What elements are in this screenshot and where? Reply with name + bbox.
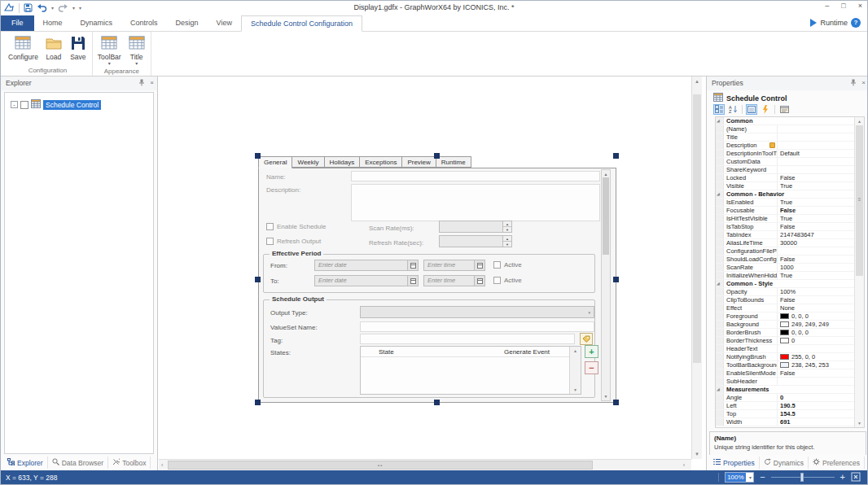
scrollbar-thumb[interactable]: ▪▪: [168, 461, 593, 470]
redo-icon[interactable]: [58, 3, 68, 14]
scan-rate-spinner[interactable]: ▲▼: [439, 221, 512, 233]
tab-explorer[interactable]: Explorer: [3, 457, 48, 469]
enable-schedule-checkbox[interactable]: Enable Schedule: [266, 223, 327, 230]
ribbon-tab-file[interactable]: File: [1, 15, 34, 31]
property-row-background[interactable]: Background249, 249, 249: [716, 321, 854, 329]
property-value[interactable]: 238, 245, 253: [778, 361, 854, 369]
property-row-opacity[interactable]: Opacity100%: [716, 288, 854, 296]
property-value[interactable]: [778, 247, 854, 255]
customize-qat-icon[interactable]: ▾: [79, 6, 81, 11]
tree-item-checkbox[interactable]: [20, 101, 28, 109]
property-value[interactable]: [778, 166, 854, 173]
property-pages-button[interactable]: [778, 104, 790, 115]
property-row-top[interactable]: Top154.5: [716, 410, 854, 418]
property-row-foreground[interactable]: Foreground0, 0, 0: [716, 312, 854, 321]
ribbon-tab-dynamics[interactable]: Dynamics: [72, 15, 122, 31]
ribbon-tab-home[interactable]: Home: [34, 15, 72, 31]
to-time-picker[interactable]: Enter time: [423, 275, 485, 286]
zoom-slider[interactable]: [771, 472, 835, 483]
scroll-down-icon[interactable]: ▼: [692, 452, 702, 457]
property-row-descriptionintooltip[interactable]: DescriptionInToolTipDefault: [716, 150, 854, 158]
property-value[interactable]: False: [778, 174, 854, 181]
property-row-width[interactable]: Width691: [716, 418, 854, 426]
property-row-description[interactable]: Description: [716, 142, 854, 150]
collapse-icon[interactable]: ◢: [717, 191, 720, 196]
selection-handle-top-left[interactable]: [255, 153, 261, 159]
alphabetical-sort-button[interactable]: AZ: [727, 104, 739, 115]
property-value[interactable]: 2147483647: [778, 231, 854, 238]
calendar-icon[interactable]: [407, 260, 418, 270]
selection-handle-bottom-center[interactable]: [434, 400, 440, 405]
states-scrollbar[interactable]: ▲ ▼: [569, 347, 581, 394]
property-row-configurationfilepath[interactable]: ConfigurationFilePath: [716, 247, 854, 256]
property-value[interactable]: 255, 0, 0: [778, 353, 854, 360]
app-logo-icon[interactable]: [4, 2, 15, 14]
load-button[interactable]: Load: [42, 33, 65, 66]
scrollbar-thumb[interactable]: [603, 177, 609, 255]
ribbon-tab-design[interactable]: Design: [167, 15, 208, 31]
property-row-customdata[interactable]: CustomData: [716, 158, 854, 166]
zoom-level-select[interactable]: 100% ▾: [725, 472, 754, 483]
property-row-ishittestvisible[interactable]: IsHitTestVisibleTrue: [716, 215, 854, 223]
property-row-initializewhenhidden[interactable]: InitializeWhenHiddenTrue: [716, 272, 854, 280]
property-row-sharekeyword[interactable]: ShareKeyword: [716, 166, 854, 174]
property-category-common[interactable]: ◢Common: [716, 117, 854, 125]
tab-preferences[interactable]: Preferences: [809, 457, 865, 469]
selection-handle-mid-right[interactable]: [613, 277, 619, 282]
dialog-tab-general[interactable]: General: [258, 156, 292, 168]
tab-data-browser[interactable]: Data Browser: [48, 457, 109, 469]
property-row-aliaslifetime[interactable]: AliasLifeTime30000: [716, 239, 854, 247]
refresh-rate-spinner[interactable]: ▲▼: [439, 235, 512, 247]
property-value[interactable]: Default: [778, 150, 854, 157]
property-value[interactable]: 190.5: [778, 402, 854, 409]
property-value[interactable]: None: [778, 304, 854, 312]
collapse-icon[interactable]: ◢: [717, 281, 720, 286]
scroll-right-icon[interactable]: ›: [683, 462, 685, 468]
ribbon-tab-schedule-control-configuration[interactable]: Schedule Control Configuration: [241, 15, 362, 32]
zoom-out-button[interactable]: −: [760, 473, 765, 482]
property-value[interactable]: [778, 378, 854, 385]
collapse-icon[interactable]: ◢: [717, 387, 720, 391]
scroll-down-icon[interactable]: ▼: [570, 387, 581, 392]
property-row-visible[interactable]: VisibleTrue: [716, 182, 854, 190]
close-icon[interactable]: ×: [861, 79, 866, 88]
remove-state-button[interactable]: −: [585, 361, 598, 374]
property-row-toolbarbackground[interactable]: ToolBarBackground238, 245, 253: [716, 361, 854, 369]
dialog-scrollbar[interactable]: ▲ ▼: [601, 169, 611, 401]
dialog-tab-preview[interactable]: Preview: [401, 156, 436, 168]
property-value[interactable]: 691: [778, 418, 854, 426]
property-row-borderbrush[interactable]: BorderBrush0, 0, 0: [716, 329, 854, 337]
property-row-subheader[interactable]: SubHeader: [716, 378, 854, 386]
property-category-common-style[interactable]: ◢Common - Style: [716, 280, 854, 288]
tag-input[interactable]: [360, 334, 575, 344]
undo-icon[interactable]: [37, 3, 47, 14]
property-value[interactable]: False: [778, 223, 854, 230]
property-row-angle[interactable]: Angle0: [716, 394, 854, 402]
categorized-view-button[interactable]: [713, 104, 725, 115]
from-time-picker[interactable]: Enter time: [423, 260, 485, 271]
property-value[interactable]: False: [778, 256, 854, 263]
selection-handle-bottom-right[interactable]: [613, 400, 619, 405]
property-category-measurements[interactable]: ◢Measurements: [716, 386, 854, 394]
property-value[interactable]: True: [778, 215, 854, 222]
property-value[interactable]: 30000: [778, 239, 854, 247]
dynamics-lightning-button[interactable]: [760, 104, 771, 115]
property-value[interactable]: [778, 125, 854, 133]
spin-down-icon[interactable]: ▼: [503, 227, 511, 233]
close-icon[interactable]: ×: [150, 79, 154, 88]
property-value[interactable]: 0, 0, 0: [778, 312, 854, 320]
schedule-control[interactable]: GeneralWeeklyHolidaysExceptionsPreviewRu…: [258, 156, 616, 403]
spin-down-icon[interactable]: ▼: [503, 242, 511, 247]
scroll-up-icon[interactable]: ▲: [855, 119, 864, 124]
property-value[interactable]: [778, 345, 854, 352]
property-row-cliptobounds[interactable]: ClipToBoundsFalse: [716, 296, 854, 304]
property-value[interactable]: [778, 142, 854, 149]
scroll-left-icon[interactable]: ‹: [161, 462, 163, 468]
dialog-tab-runtime[interactable]: Runtime: [436, 156, 471, 168]
collapse-icon[interactable]: ◢: [717, 118, 720, 123]
property-category-common-behavior[interactable]: ◢Common - Behavior: [716, 190, 854, 199]
property-value[interactable]: 100%: [778, 288, 854, 295]
help-icon[interactable]: ?: [851, 18, 861, 28]
scrollbar-thumb[interactable]: ≡: [856, 125, 863, 276]
runtime-button[interactable]: Runtime ?: [810, 18, 861, 28]
